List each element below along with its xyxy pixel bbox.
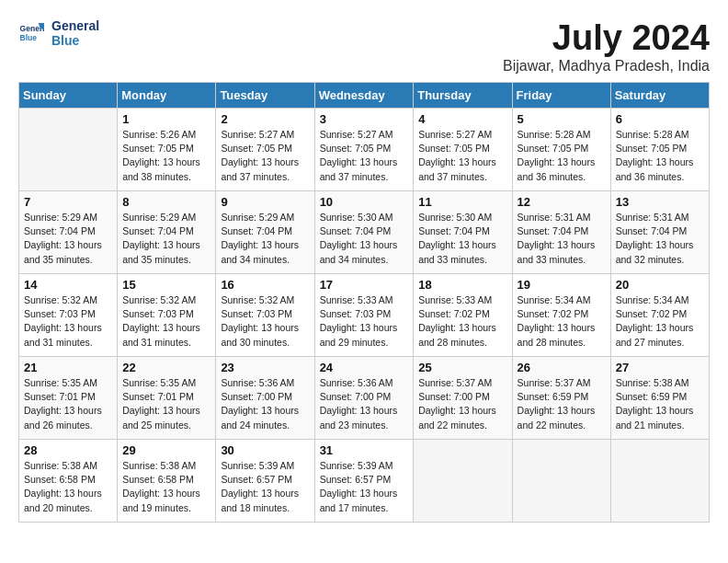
day-number: 18	[418, 278, 506, 292]
day-info: Sunrise: 5:27 AMSunset: 7:05 PMDaylight:…	[320, 128, 409, 184]
calendar-cell: 9Sunrise: 5:29 AMSunset: 7:04 PMDaylight…	[216, 191, 314, 274]
calendar-week-row: 21Sunrise: 5:35 AMSunset: 7:01 PMDayligh…	[19, 357, 710, 440]
day-info: Sunrise: 5:33 AMSunset: 7:02 PMDaylight:…	[418, 293, 506, 350]
calendar-cell: 8Sunrise: 5:29 AMSunset: 7:04 PMDaylight…	[118, 191, 216, 274]
calendar-cell: 24Sunrise: 5:36 AMSunset: 7:00 PMDayligh…	[314, 357, 414, 440]
column-header-sunday: Sunday	[19, 83, 118, 109]
day-info: Sunrise: 5:29 AMSunset: 7:04 PMDaylight:…	[221, 211, 309, 267]
day-info: Sunrise: 5:29 AMSunset: 7:04 PMDaylight:…	[24, 211, 112, 267]
day-number: 25	[418, 361, 506, 374]
day-info: Sunrise: 5:26 AMSunset: 7:05 PMDaylight:…	[122, 128, 210, 184]
day-number: 24	[320, 361, 409, 374]
calendar-cell: 17Sunrise: 5:33 AMSunset: 7:03 PMDayligh…	[314, 274, 414, 357]
calendar-cell: 2Sunrise: 5:27 AMSunset: 7:05 PMDaylight…	[216, 109, 314, 191]
calendar-week-row: 1Sunrise: 5:26 AMSunset: 7:05 PMDaylight…	[19, 109, 710, 191]
calendar-cell: 19Sunrise: 5:34 AMSunset: 7:02 PMDayligh…	[512, 274, 610, 357]
day-number: 13	[616, 195, 704, 209]
day-number: 31	[320, 443, 409, 457]
day-number: 3	[320, 112, 409, 126]
calendar-cell	[414, 440, 512, 523]
column-header-monday: Monday	[118, 83, 216, 109]
calendar-cell	[19, 109, 118, 191]
calendar-cell: 11Sunrise: 5:30 AMSunset: 7:04 PMDayligh…	[414, 191, 512, 274]
day-info: Sunrise: 5:32 AMSunset: 7:03 PMDaylight:…	[221, 293, 309, 350]
calendar-cell: 23Sunrise: 5:36 AMSunset: 7:00 PMDayligh…	[216, 357, 314, 440]
day-number: 8	[122, 195, 210, 209]
column-header-wednesday: Wednesday	[314, 83, 414, 109]
day-info: Sunrise: 5:35 AMSunset: 7:01 PMDaylight:…	[122, 376, 210, 432]
day-number: 1	[122, 112, 210, 126]
calendar-cell: 14Sunrise: 5:32 AMSunset: 7:03 PMDayligh…	[19, 274, 118, 357]
day-number: 28	[24, 443, 112, 457]
calendar-header-row: SundayMondayTuesdayWednesdayThursdayFrid…	[19, 83, 710, 109]
calendar-table: SundayMondayTuesdayWednesdayThursdayFrid…	[18, 82, 710, 523]
day-info: Sunrise: 5:32 AMSunset: 7:03 PMDaylight:…	[24, 293, 112, 350]
day-number: 23	[221, 361, 309, 374]
day-number: 6	[616, 112, 704, 126]
column-header-saturday: Saturday	[610, 83, 709, 109]
day-info: Sunrise: 5:28 AMSunset: 7:05 PMDaylight:…	[616, 128, 704, 184]
day-info: Sunrise: 5:39 AMSunset: 6:57 PMDaylight:…	[320, 459, 409, 515]
day-info: Sunrise: 5:38 AMSunset: 6:58 PMDaylight:…	[122, 459, 210, 515]
logo-text-line1: General	[51, 18, 99, 33]
day-info: Sunrise: 5:34 AMSunset: 7:02 PMDaylight:…	[518, 293, 606, 350]
day-info: Sunrise: 5:29 AMSunset: 7:04 PMDaylight:…	[122, 211, 210, 267]
calendar-week-row: 7Sunrise: 5:29 AMSunset: 7:04 PMDaylight…	[19, 191, 710, 274]
day-info: Sunrise: 5:38 AMSunset: 6:59 PMDaylight:…	[616, 376, 704, 432]
calendar-cell: 4Sunrise: 5:27 AMSunset: 7:05 PMDaylight…	[414, 109, 512, 191]
calendar-cell: 30Sunrise: 5:39 AMSunset: 6:57 PMDayligh…	[216, 440, 314, 523]
calendar-week-row: 14Sunrise: 5:32 AMSunset: 7:03 PMDayligh…	[19, 274, 710, 357]
day-info: Sunrise: 5:27 AMSunset: 7:05 PMDaylight:…	[418, 128, 506, 184]
day-number: 2	[221, 112, 309, 126]
column-header-friday: Friday	[512, 83, 610, 109]
day-info: Sunrise: 5:31 AMSunset: 7:04 PMDaylight:…	[616, 211, 704, 267]
calendar-cell	[610, 440, 709, 523]
day-info: Sunrise: 5:31 AMSunset: 7:04 PMDaylight:…	[518, 211, 606, 267]
day-info: Sunrise: 5:34 AMSunset: 7:02 PMDaylight:…	[616, 293, 704, 350]
day-info: Sunrise: 5:28 AMSunset: 7:05 PMDaylight:…	[518, 128, 606, 184]
calendar-cell: 16Sunrise: 5:32 AMSunset: 7:03 PMDayligh…	[216, 274, 314, 357]
day-info: Sunrise: 5:33 AMSunset: 7:03 PMDaylight:…	[320, 293, 409, 350]
day-info: Sunrise: 5:32 AMSunset: 7:03 PMDaylight:…	[122, 293, 210, 350]
calendar-cell: 5Sunrise: 5:28 AMSunset: 7:05 PMDaylight…	[512, 109, 610, 191]
calendar-cell: 26Sunrise: 5:37 AMSunset: 6:59 PMDayligh…	[512, 357, 610, 440]
day-info: Sunrise: 5:39 AMSunset: 6:57 PMDaylight:…	[221, 459, 309, 515]
location-subtitle: Bijawar, Madhya Pradesh, India	[503, 58, 710, 75]
day-info: Sunrise: 5:35 AMSunset: 7:01 PMDaylight:…	[24, 376, 112, 432]
calendar-cell: 29Sunrise: 5:38 AMSunset: 6:58 PMDayligh…	[118, 440, 216, 523]
calendar-cell: 3Sunrise: 5:27 AMSunset: 7:05 PMDaylight…	[314, 109, 414, 191]
title-block: July 2024 Bijawar, Madhya Pradesh, India	[503, 18, 710, 75]
day-number: 29	[122, 443, 210, 457]
calendar-cell	[512, 440, 610, 523]
month-title: July 2024	[503, 18, 710, 58]
calendar-cell: 21Sunrise: 5:35 AMSunset: 7:01 PMDayligh…	[19, 357, 118, 440]
column-header-thursday: Thursday	[414, 83, 512, 109]
day-number: 4	[418, 112, 506, 126]
day-info: Sunrise: 5:38 AMSunset: 6:58 PMDaylight:…	[24, 459, 112, 515]
day-number: 10	[320, 195, 409, 209]
logo-icon: General Blue	[18, 20, 44, 46]
calendar-cell: 22Sunrise: 5:35 AMSunset: 7:01 PMDayligh…	[118, 357, 216, 440]
calendar-cell: 31Sunrise: 5:39 AMSunset: 6:57 PMDayligh…	[314, 440, 414, 523]
calendar-cell: 27Sunrise: 5:38 AMSunset: 6:59 PMDayligh…	[610, 357, 709, 440]
calendar-cell: 25Sunrise: 5:37 AMSunset: 7:00 PMDayligh…	[414, 357, 512, 440]
day-number: 5	[518, 112, 606, 126]
day-info: Sunrise: 5:30 AMSunset: 7:04 PMDaylight:…	[418, 211, 506, 267]
svg-text:Blue: Blue	[20, 33, 38, 42]
day-number: 20	[616, 278, 704, 292]
day-info: Sunrise: 5:30 AMSunset: 7:04 PMDaylight:…	[320, 211, 409, 267]
day-number: 7	[24, 195, 112, 209]
column-header-tuesday: Tuesday	[216, 83, 314, 109]
day-info: Sunrise: 5:37 AMSunset: 6:59 PMDaylight:…	[518, 376, 606, 432]
day-number: 17	[320, 278, 409, 292]
calendar-cell: 13Sunrise: 5:31 AMSunset: 7:04 PMDayligh…	[610, 191, 709, 274]
day-number: 15	[122, 278, 210, 292]
calendar-cell: 20Sunrise: 5:34 AMSunset: 7:02 PMDayligh…	[610, 274, 709, 357]
day-number: 21	[24, 361, 112, 374]
calendar-cell: 15Sunrise: 5:32 AMSunset: 7:03 PMDayligh…	[118, 274, 216, 357]
day-number: 30	[221, 443, 309, 457]
calendar-week-row: 28Sunrise: 5:38 AMSunset: 6:58 PMDayligh…	[19, 440, 710, 523]
calendar-cell: 6Sunrise: 5:28 AMSunset: 7:05 PMDaylight…	[610, 109, 709, 191]
day-number: 19	[518, 278, 606, 292]
day-number: 9	[221, 195, 309, 209]
